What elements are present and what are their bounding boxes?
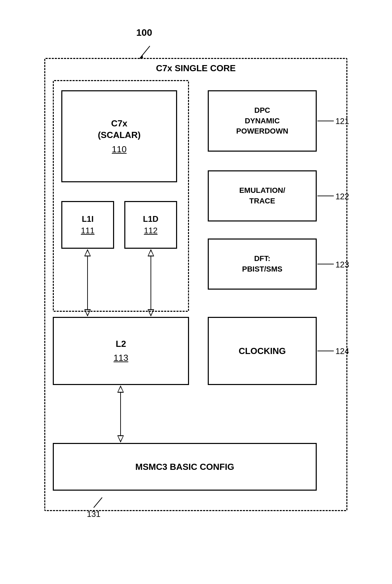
- dft-text: DFT: PBIST/SMS: [242, 253, 283, 275]
- ref-124: 124: [335, 347, 349, 356]
- l1d-num: 112: [144, 226, 157, 235]
- outer-box-label: C7x SINGLE CORE: [44, 63, 347, 74]
- clocking-text: CLOCKING: [239, 346, 286, 356]
- l1d-box: L1D 112: [124, 201, 177, 249]
- ref-122: 122: [335, 192, 349, 201]
- msmc-box: MSMC3 BASIC CONFIG: [53, 443, 317, 491]
- msmc-text: MSMC3 BASIC CONFIG: [135, 462, 234, 472]
- l1i-num: 111: [81, 226, 94, 235]
- l1i-box: L1I 111: [61, 201, 114, 249]
- ref-123: 123: [335, 260, 349, 270]
- c7x-scalar-box: C7x (SCALAR) 110: [61, 90, 177, 182]
- emulation-box: EMULATION/ TRACE: [208, 170, 317, 221]
- c7x-num: 110: [112, 144, 126, 155]
- l2-box: L2 113: [53, 317, 189, 385]
- svg-line-0: [140, 46, 150, 59]
- dpc-text: DPC DYNAMIC POWERDOWN: [236, 105, 288, 137]
- l2-num: 113: [113, 353, 128, 363]
- l2-label: L2: [116, 339, 126, 349]
- ref-131: 131: [87, 509, 100, 519]
- c7x-text: C7x (SCALAR): [98, 118, 141, 141]
- dft-box: DFT: PBIST/SMS: [208, 239, 317, 290]
- ref-100-label: 100: [136, 27, 152, 38]
- l1d-label: L1D: [143, 214, 158, 224]
- clocking-box: CLOCKING: [208, 317, 317, 385]
- l1i-label: L1I: [82, 214, 94, 224]
- dpc-box: DPC DYNAMIC POWERDOWN: [208, 90, 317, 152]
- emulation-text: EMULATION/ TRACE: [239, 185, 285, 206]
- ref-121: 121: [335, 117, 349, 126]
